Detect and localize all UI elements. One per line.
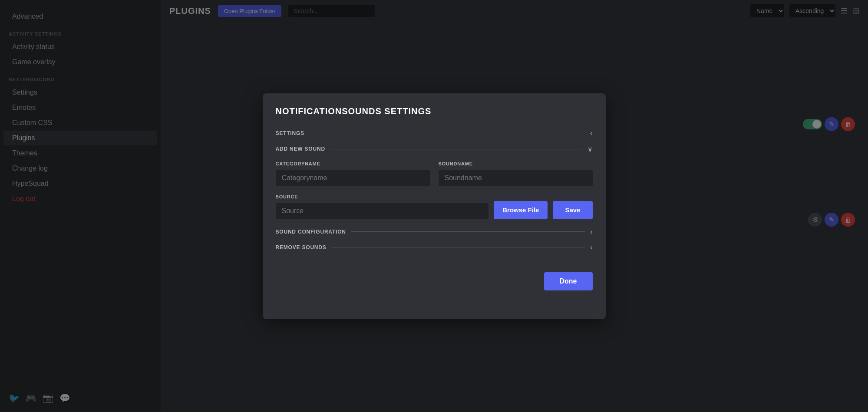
settings-section-header[interactable]: SETTINGS ‹ — [276, 129, 593, 137]
form-name-row: CATEGORYNAME SOUNDNAME — [276, 161, 593, 186]
remove-sounds-line — [332, 247, 585, 247]
browse-file-button[interactable]: Browse File — [494, 201, 548, 219]
notification-sounds-modal: NOTIFICATIONSOUNDS SETTINGS SETTINGS ‹ A… — [263, 93, 606, 319]
sound-configuration-label: SOUND CONFIGURATION — [276, 229, 346, 235]
add-new-sound-section-header[interactable]: ADD NEW SOUND ∨ — [276, 145, 593, 153]
settings-section-chevron: ‹ — [590, 129, 592, 137]
sound-configuration-line — [351, 231, 585, 232]
done-button[interactable]: Done — [544, 272, 593, 290]
source-input[interactable] — [276, 203, 489, 219]
save-button[interactable]: Save — [553, 201, 592, 219]
source-label: SOURCE — [276, 194, 489, 199]
modal-footer: Done — [276, 259, 593, 290]
remove-sounds-label: REMOVE SOUNDS — [276, 244, 327, 250]
soundname-group: SOUNDNAME — [439, 161, 593, 186]
remove-sounds-section-header[interactable]: REMOVE SOUNDS ‹ — [276, 244, 593, 251]
soundname-input[interactable] — [439, 170, 593, 186]
settings-section-label: SETTINGS — [276, 130, 304, 136]
categoryname-label: CATEGORYNAME — [276, 161, 430, 166]
add-new-sound-chevron: ∨ — [587, 145, 593, 153]
modal-title: NOTIFICATIONSOUNDS SETTINGS — [276, 106, 593, 116]
categoryname-group: CATEGORYNAME — [276, 161, 430, 186]
sound-configuration-section-header[interactable]: SOUND CONFIGURATION ‹ — [276, 228, 593, 236]
add-new-sound-line — [330, 149, 582, 149]
source-group: SOURCE — [276, 194, 489, 219]
soundname-label: SOUNDNAME — [439, 161, 593, 166]
sound-configuration-chevron: ‹ — [590, 228, 592, 236]
categoryname-input[interactable] — [276, 170, 430, 186]
settings-section-line — [310, 133, 585, 133]
add-new-sound-label: ADD NEW SOUND — [276, 146, 325, 152]
modal-overlay: NOTIFICATIONSOUNDS SETTINGS SETTINGS ‹ A… — [0, 0, 868, 412]
remove-sounds-chevron: ‹ — [590, 244, 592, 251]
source-row: SOURCE Browse File Save — [276, 194, 593, 219]
